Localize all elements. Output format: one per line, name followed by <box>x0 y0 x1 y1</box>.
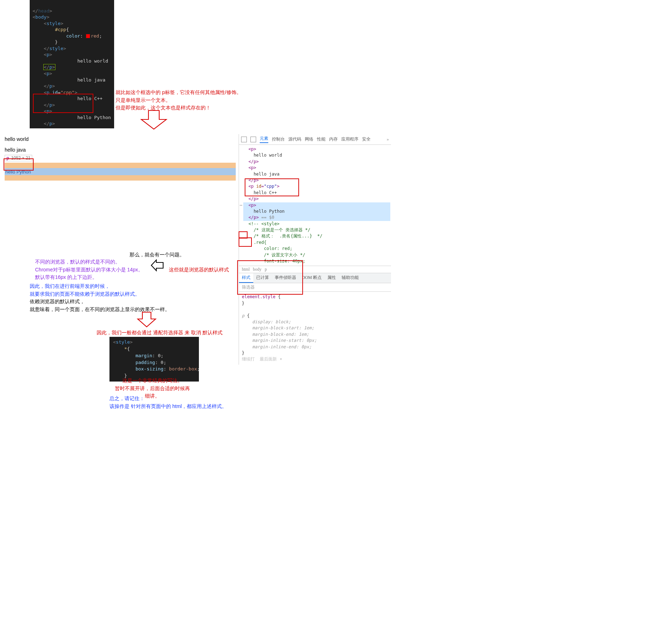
note4-l2: 该操作是 针对所有页面中的 html，都应用上述样式。 <box>109 403 227 411</box>
bc-p[interactable]: p <box>265 267 267 272</box>
text-hello-world: hello world <box>55 58 108 64</box>
note1-line1: 就比如这个框选中的 p标签，它没有任何其他属性/修饰。 <box>116 89 241 97</box>
tab-security[interactable]: 安全 <box>362 136 371 142</box>
bc-body[interactable]: body <box>253 267 262 272</box>
text-hello-python: hello Python <box>55 115 111 120</box>
dom-cmt5: color: red; <box>243 246 292 251</box>
subtab-props[interactable]: 属性 <box>324 273 339 283</box>
code-editor-2: <style> *{ margin: 0; padding: 0; box-si… <box>109 337 199 382</box>
element-size-tooltip: p 1052 × 21 <box>5 155 32 161</box>
text-hello-java: hello java <box>55 77 106 83</box>
tabs-more-icon[interactable]: » <box>387 137 389 142</box>
dom-cmt2: /* 这就是一个 类选择器 */ <box>243 227 310 232</box>
purple-l3: 默认带有16px 的上下边距。 <box>35 274 143 281</box>
devtools-breadcrumb: html body p <box>239 266 391 273</box>
note1-line2: 只是单纯显示一个文本。 <box>116 97 241 104</box>
purple-l1: 不同的浏览器，默认的样式是不同的。 <box>35 258 143 266</box>
dom-hp: hello Python <box>243 209 285 214</box>
tooltip-size: 1052 × 21 <box>11 156 30 161</box>
note4-l1: 总之，请记住： <box>109 395 227 403</box>
dom-hj: hello java <box>243 172 279 177</box>
dom-cmt4: .red{ <box>243 240 267 245</box>
annotation-note-1: 就比如这个框选中的 p标签，它没有任何其他属性/修饰。 只是单纯显示一个文本。 … <box>116 89 241 112</box>
tab-sources[interactable]: 源代码 <box>288 136 301 142</box>
arrow-down-icon-2 <box>136 311 157 328</box>
box-model-band: hello Python <box>5 163 236 181</box>
browser-render-panel: hello world hello java p 1052 × 21 hello… <box>5 136 236 181</box>
tab-performance[interactable]: 性能 <box>317 136 326 142</box>
styles-filter-input[interactable]: 筛选器 <box>239 283 391 292</box>
device-icon[interactable] <box>250 137 256 142</box>
bc-html[interactable]: html <box>242 267 250 272</box>
rendered-hello-world: hello world <box>5 136 236 142</box>
code-editor-1: </head> <body> <style> #cpp{ color: red;… <box>30 0 114 128</box>
rendered-hello-python: hello Python <box>5 169 31 174</box>
blue-l2: 就要求我们的页面不能依赖于浏览器的默认样式。 <box>30 290 170 298</box>
tab-network[interactable]: 网络 <box>305 136 313 142</box>
subtab-dombreak[interactable]: DOM 断点 <box>299 273 324 283</box>
devtools-styles-pane[interactable]: element.style { } p { display: block; ma… <box>239 292 391 364</box>
black-l1: 依赖浏览器的默认样式， <box>30 298 170 306</box>
purple-note: 不同的浏览器，默认的样式是不同的。 Chrome对于p标签里面默认的字体大小是 … <box>35 258 143 281</box>
rendered-hello-java: hello java <box>5 147 236 153</box>
dom-cmt3: /* 格式： .类名{属性...} */ <box>243 233 322 239</box>
default-styles-note: 这些就是浏览器的默认样式 <box>169 266 229 274</box>
tab-elements[interactable]: 元素 <box>260 136 268 143</box>
dom-cmt6: /* 设置文字大小 */ <box>243 252 305 257</box>
subtab-a11y[interactable]: 辅助功能 <box>339 273 362 283</box>
dom-hw: hello world <box>243 153 282 158</box>
note1-line3: 但是即便如此，这个文本也是样式存在的！ <box>116 104 241 112</box>
tab-application[interactable]: 应用程序 <box>341 136 358 142</box>
subtab-styles[interactable]: 样式 <box>239 273 253 283</box>
note3-l1: 这是一个非常经典的写法。 <box>113 377 192 385</box>
devtools-panel: 元素 控制台 源代码 网络 性能 内存 应用程序 安全 » <p> hello … <box>239 134 391 365</box>
purple-l2: Chrome对于p标签里面默认的字体大小是 14px。 <box>35 266 143 274</box>
subtab-computed[interactable]: 已计算 <box>253 273 272 283</box>
inspect-icon[interactable] <box>241 137 247 142</box>
devtools-subtabs: 样式 已计算 事件侦听器 DOM 断点 属性 辅助功能 <box>239 273 391 283</box>
dom-cmt7: font-size: 40px; <box>243 259 305 264</box>
styles-footer: 继续打 最后面新 ▾ <box>242 357 282 362</box>
summary-note: 总之，请记住： 该操作是 针对所有页面中的 html，都应用上述样式。 <box>109 395 227 410</box>
dom-hc: hello C++ <box>243 190 277 195</box>
devtools-dom-tree[interactable]: <p> hello world </p> <p> hello java </p>… <box>239 145 391 266</box>
arrow-down-icon <box>140 109 168 131</box>
wildcard-note: 因此，我们一般都会通过 通配符选择器 来 取消 默认样式 <box>97 329 223 337</box>
text-hello-cpp: hello C++ <box>55 96 103 101</box>
bottom-notes: 因此，我们在进行前端开发的时候， 就要求我们的页面不能依赖于浏览器的默认样式。 … <box>30 282 170 314</box>
blue-l1: 因此，我们在进行前端开发的时候， <box>30 282 170 290</box>
tooltip-tag: p <box>6 156 9 161</box>
arrow-left-icon <box>150 259 164 273</box>
subtab-event[interactable]: 事件侦听器 <box>272 273 299 283</box>
devtools-tabs: 元素 控制台 源代码 网络 性能 内存 应用程序 安全 » <box>239 134 391 145</box>
tab-console[interactable]: 控制台 <box>272 136 285 142</box>
mid-question: 那么，就会有一个问题。 <box>129 251 185 259</box>
tab-memory[interactable]: 内存 <box>329 136 338 142</box>
